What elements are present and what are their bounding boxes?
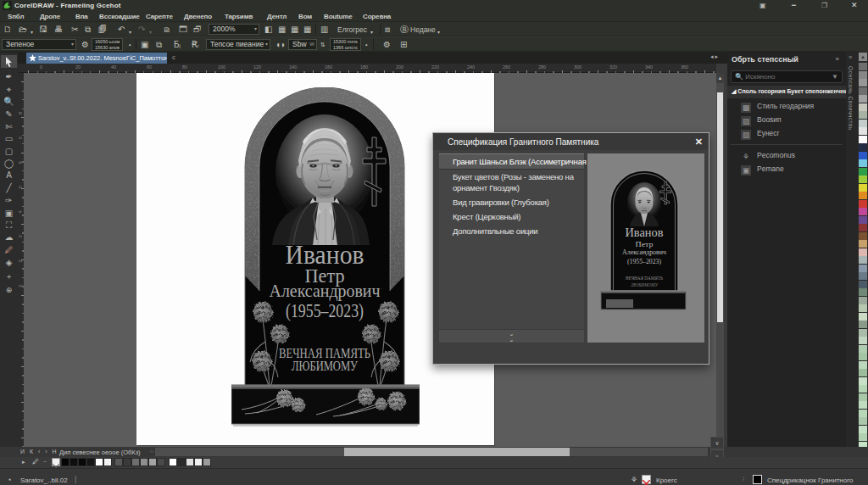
svg-text:Иванов: Иванов (626, 226, 664, 239)
svg-text:(1955–2023): (1955–2023) (627, 257, 661, 265)
svg-text:ЛЮБИМОМУ: ЛЮБИМОМУ (630, 282, 659, 287)
svg-text:Петр: Петр (636, 240, 654, 248)
svg-text:ВЕЧНАЯ ПАМЯТЬ: ВЕЧНАЯ ПАМЯТЬ (626, 276, 663, 281)
svg-text:Александрович: Александрович (622, 248, 666, 256)
